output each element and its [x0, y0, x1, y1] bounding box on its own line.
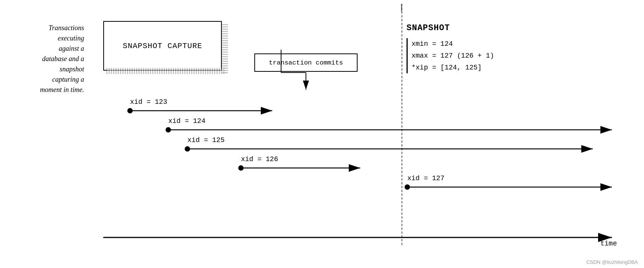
svg-point-16: [238, 165, 244, 171]
snapshot-vertical-line: [402, 4, 402, 245]
tx-123: xid = 123: [127, 98, 272, 113]
desc-line-3: against a: [59, 45, 84, 52]
svg-point-10: [166, 127, 171, 132]
tx-125: xid = 125: [185, 136, 593, 152]
snapshot-info-title: SNAPSHOT: [407, 21, 494, 35]
svg-text:xid = 127: xid = 127: [407, 174, 444, 182]
svg-text:xid = 126: xid = 126: [241, 155, 278, 163]
desc-line-2: executing: [58, 34, 84, 42]
snapshot-xip: *xip = [124, 125]: [411, 62, 494, 74]
time-label: time: [600, 240, 617, 247]
desc-line-5: snapshot: [60, 65, 84, 73]
snapshot-box-shadow-right: [222, 24, 228, 74]
diagram-container: Transactions executing against a databas…: [0, 0, 644, 268]
desc-line-4: database and a: [42, 55, 84, 63]
svg-text:xid = 123: xid = 123: [130, 98, 167, 106]
commits-label: transaction commits: [269, 59, 343, 66]
snapshot-info: SNAPSHOT xmin = 124 xmax = 127 (126 + 1)…: [407, 21, 494, 73]
desc-line-6: capturing a: [52, 76, 85, 83]
desc-line-1: Transactions: [49, 24, 84, 32]
snapshot-box-shadow-bottom: [106, 68, 225, 74]
svg-point-7: [127, 108, 133, 113]
svg-text:xid = 124: xid = 124: [168, 117, 205, 125]
snapshot-xmin: xmin = 124: [411, 38, 494, 50]
svg-point-19: [405, 184, 410, 190]
snapshot-capture-title: SNAPSHOT CAPTURE: [123, 42, 202, 50]
watermark: CSDN @liuzhilongDBA: [586, 259, 638, 265]
svg-point-13: [185, 146, 190, 152]
svg-overlay: xid = 123 xid = 124 xid = 125 xid = 126 …: [0, 0, 644, 268]
tx-126: xid = 126: [238, 155, 360, 171]
svg-text:xid = 125: xid = 125: [187, 136, 224, 144]
desc-line-7: moment in time.: [40, 86, 84, 94]
commits-box: transaction commits: [254, 53, 358, 72]
snapshot-capture-box: SNAPSHOT CAPTURE: [103, 21, 222, 71]
tx-124: xid = 124: [166, 117, 612, 132]
snapshot-xmax: xmax = 127 (126 + 1): [411, 50, 494, 62]
left-description: Transactions executing against a databas…: [8, 23, 84, 95]
tx-127: xid = 127: [405, 174, 612, 190]
